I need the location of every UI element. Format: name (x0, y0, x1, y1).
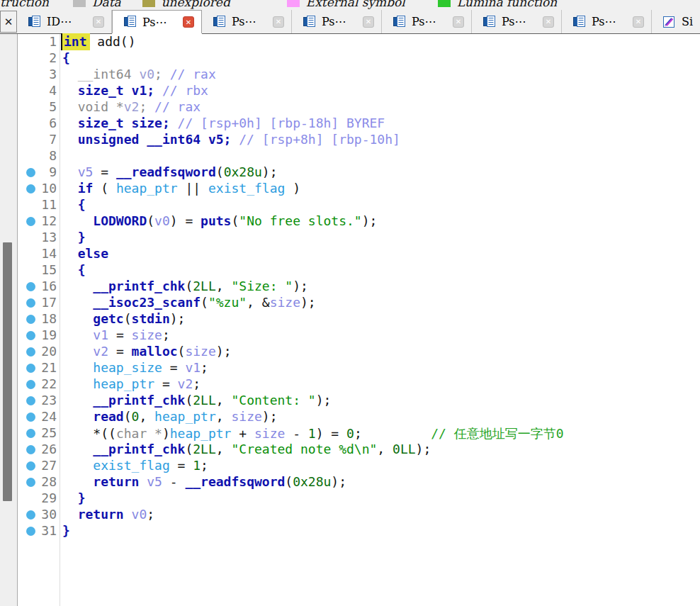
legend-label: Data (92, 0, 121, 9)
highlighted-token: int (61, 33, 90, 50)
tab-label: Ps⋯ (412, 15, 436, 28)
code-text[interactable]: getc(stdin); (62, 311, 185, 327)
code-text[interactable]: v1 = size; (62, 327, 170, 344)
line-number: 19 (18, 327, 57, 344)
code-line: 13 } (18, 230, 700, 246)
tab-label: Ps⋯ (592, 15, 616, 28)
legend-label: truction (0, 0, 49, 9)
tab-bar: ✕ ID⋯✕ Ps⋯✕ Ps⋯✕ Ps⋯✕ (0, 10, 700, 34)
tab-close-button[interactable]: ✕ (543, 16, 554, 28)
tab-label: Ps⋯ (232, 15, 256, 28)
code-text[interactable]: __isoc23_scanf("%zu", &size); (62, 295, 316, 311)
code-text[interactable]: int add() (62, 34, 136, 50)
line-number: 1 (18, 34, 57, 50)
code-text[interactable]: v2 = malloc(size); (62, 344, 231, 360)
line-number: 27 (18, 458, 57, 474)
code-text[interactable]: } (62, 523, 70, 539)
tab-ps[interactable]: Ps⋯✕ (382, 10, 472, 33)
tab-close-button[interactable]: ✕ (363, 16, 374, 28)
code-text[interactable]: __int64 v0; // rax (62, 67, 216, 83)
line-number: 9 (18, 164, 57, 181)
code-text[interactable]: exist_flag = 1; (62, 458, 208, 474)
line-number: 29 (18, 490, 57, 507)
legend-label: Lumina function (457, 0, 557, 9)
code-text[interactable]: { (62, 197, 86, 213)
scrollbar-thumb[interactable] (3, 242, 12, 501)
legend-item: External symbol (287, 0, 405, 9)
legend-swatch (73, 0, 86, 7)
line-number: 24 (18, 409, 57, 425)
line-number: 2 (18, 50, 57, 67)
code-text[interactable]: heap_ptr = v2; (62, 376, 201, 393)
tab-close-button[interactable]: ✕ (183, 16, 194, 28)
code-lines: 1int add()2{3 __int64 v0; // rax4 size_t… (18, 34, 700, 539)
code-text[interactable]: heap_size = v1; (62, 360, 208, 376)
code-line: 27 exist_flag = 1; (18, 458, 700, 474)
line-number: 13 (18, 230, 57, 246)
tab-close-button[interactable]: ✕ (633, 16, 644, 28)
tab-close-button[interactable]: ✕ (273, 16, 284, 28)
code-text[interactable]: else (62, 246, 108, 262)
code-line: 6 size_t size; // [rsp+0h] [rbp-18h] BYR… (18, 116, 700, 132)
code-text[interactable]: __printf_chk(2LL, "Size: "); (62, 279, 308, 295)
code-text[interactable]: return v5 - __readfsqword(0x28u); (62, 474, 346, 490)
tab-ps[interactable]: Ps⋯✕ (202, 10, 292, 33)
tab-close-button[interactable]: ✕ (93, 16, 104, 28)
code-line: 8 (18, 148, 700, 164)
code-line: 30 return v0; (18, 507, 700, 523)
code-text[interactable]: *((char *)heap_ptr + size - 1) = 0; // 任… (62, 425, 564, 442)
line-number: 31 (18, 523, 57, 539)
code-text[interactable]: __printf_chk(2LL, "Created note %d\n", 0… (62, 442, 431, 458)
legend-item: Lumina function (438, 0, 557, 9)
line-number: 21 (18, 360, 57, 376)
line-number: 11 (18, 197, 57, 213)
code-text[interactable]: void *v2; // rax (62, 99, 201, 116)
tab-ps[interactable]: Ps⋯✕ (292, 10, 382, 33)
line-number: 22 (18, 376, 57, 393)
code-line: 18 getc(stdin); (18, 311, 700, 327)
close-icon: ✕ (4, 16, 13, 28)
code-text[interactable]: LODWORD(v0) = puts("No free slots."); (62, 213, 377, 230)
line-number: 23 (18, 393, 57, 409)
code-line: 9 v5 = __readfsqword(0x28u); (18, 164, 700, 181)
code-line: 1int add() (18, 34, 700, 50)
code-line: 31} (18, 523, 700, 539)
code-text[interactable]: { (62, 50, 70, 67)
tab-label: Ps⋯ (322, 15, 346, 28)
legend-row: tructionDataunexploredExternal symbolLum… (0, 0, 557, 10)
line-number: 5 (18, 99, 57, 116)
pseudocode-view-icon (302, 15, 316, 29)
tab-ps[interactable]: Ps⋯✕ (472, 10, 562, 33)
line-number: 10 (18, 181, 57, 197)
line-number: 17 (18, 295, 57, 311)
line-number: 14 (18, 246, 57, 262)
code-line: 28 return v5 - __readfsqword(0x28u); (18, 474, 700, 490)
code-line: 14 else (18, 246, 700, 262)
line-number: 30 (18, 507, 57, 523)
tab-si[interactable]: Si (652, 10, 699, 33)
code-text[interactable]: if ( heap_ptr || exist_flag ) (62, 181, 300, 197)
pseudocode-editor[interactable]: 1int add()2{3 __int64 v0; // rax4 size_t… (18, 34, 700, 606)
code-text[interactable]: { (62, 262, 86, 279)
legend-swatch (287, 0, 300, 7)
tab-close-button[interactable]: ✕ (453, 16, 464, 28)
code-text[interactable]: v5 = __readfsqword(0x28u); (62, 164, 278, 181)
tab-label: Ps⋯ (142, 16, 167, 29)
tab-ps[interactable]: Ps⋯✕ (112, 10, 202, 33)
code-text[interactable]: size_t size; // [rsp+0h] [rbp-18h] BYREF (62, 116, 385, 132)
code-text[interactable]: read(0, heap_ptr, size); (62, 409, 278, 425)
vertical-scrollbar[interactable] (0, 34, 18, 606)
code-text[interactable]: __printf_chk(2LL, "Content: "); (62, 393, 331, 409)
code-text[interactable]: unsigned __int64 v5; // [rsp+8h] [rbp-10… (62, 132, 400, 148)
code-text[interactable]: } (62, 230, 86, 246)
close-panel-button[interactable]: ✕ (0, 11, 17, 33)
line-number: 7 (18, 132, 57, 148)
tab-ps[interactable]: Ps⋯✕ (562, 10, 652, 33)
line-number: 26 (18, 442, 57, 458)
code-text[interactable]: size_t v1; // rbx (62, 83, 208, 99)
code-text[interactable]: return v0; (62, 507, 154, 523)
line-number: 18 (18, 311, 57, 327)
code-text[interactable]: } (62, 490, 86, 507)
tab-id[interactable]: ID⋯✕ (17, 10, 112, 33)
legend-label: External symbol (306, 0, 405, 9)
